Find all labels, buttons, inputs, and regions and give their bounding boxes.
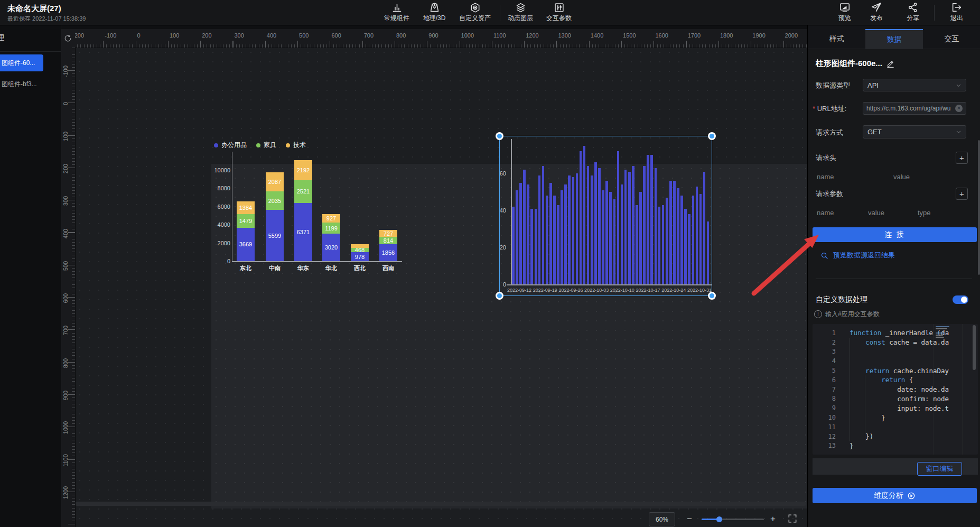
- editor-minimap: [936, 326, 961, 339]
- url-label-row: * URL地址:: [813, 104, 846, 114]
- selection-handle-top-left[interactable]: [496, 132, 503, 140]
- ruler-reset-icon[interactable]: [61, 29, 75, 48]
- fit-screen-icon[interactable]: [787, 513, 798, 524]
- bar-segment: 3669: [237, 228, 255, 261]
- sliders-icon: [554, 2, 565, 13]
- dimension-analysis-button[interactable]: 维度分析: [813, 488, 977, 503]
- zoom-in-button[interactable]: +: [770, 514, 776, 524]
- bar-segment: 2192: [294, 160, 312, 180]
- code-line: 5 return cache.chinaDay: [813, 366, 978, 375]
- editor-scrollbar[interactable]: [973, 325, 976, 370]
- layer-item[interactable]: 图组件-60...: [0, 54, 43, 71]
- code-line: 7 date: node.da: [813, 385, 978, 394]
- ruler-label: 900: [61, 384, 70, 406]
- tab-panel[interactable]: 样式: [808, 29, 865, 49]
- chart-bars-icon: [391, 2, 403, 13]
- action-label: 分享: [907, 14, 919, 23]
- request-headers-label: 请求头: [816, 153, 836, 163]
- y-axis-label: 10000: [211, 167, 230, 173]
- datasource-type-select[interactable]: API: [863, 79, 966, 91]
- bar: [530, 209, 533, 285]
- toolbar-divider: [934, 5, 935, 21]
- toolbar-actions: 预览发布分享退出: [829, 0, 978, 25]
- chart-bars: [512, 143, 710, 284]
- chart-y-axis: [232, 152, 232, 261]
- ruler-label: 1600: [655, 32, 668, 39]
- layer-item-label: 图组件-bf3...: [2, 80, 37, 89]
- ruler-label: 1400: [591, 32, 603, 39]
- zoom-out-button[interactable]: −: [687, 514, 692, 524]
- daily-bar-chart-component[interactable]: 0204060 2022-09-122022-09-192022-09-2620…: [499, 136, 712, 296]
- info-icon: !: [814, 310, 822, 318]
- selection-handle-bottom-left[interactable]: [496, 292, 503, 300]
- window-edit-button[interactable]: 窗口编辑: [917, 462, 962, 476]
- panel-scrollbar[interactable]: [978, 140, 980, 275]
- bar: [591, 175, 593, 285]
- top-header: 未命名大屏(27) 最近保存 2022-11-07 15:38:39 常规组件地…: [0, 0, 980, 25]
- action-preview-monitor[interactable]: 预览: [829, 0, 860, 25]
- action-exit[interactable]: 退出: [936, 0, 978, 25]
- tab-active-panel[interactable]: 数据: [865, 29, 923, 49]
- ruler-label: 100: [170, 32, 179, 39]
- action-publish-plane[interactable]: 发布: [860, 0, 893, 25]
- zoom-level-box[interactable]: 60%: [649, 512, 675, 526]
- ruler-label: 1000: [61, 417, 70, 439]
- x-axis-date-label: 2022-09-19: [533, 288, 557, 293]
- x-axis-date-label: 2022-09-26: [558, 288, 583, 293]
- stacked-bar-chart-component[interactable]: 办公用品家具技术 0200040006000800010000366914791…: [211, 132, 412, 278]
- ruler-label: 600: [331, 32, 341, 39]
- canvas-horizontal-scrollbar[interactable]: [75, 502, 806, 506]
- y-axis-label: 2000: [211, 240, 230, 246]
- method-label: 请求方式: [816, 128, 843, 137]
- selection-handle-top-right[interactable]: [708, 132, 716, 140]
- layer-item[interactable]: 图组件-bf3...: [0, 76, 43, 93]
- ruler-label: 500: [61, 255, 70, 277]
- selection-handle-bottom-right[interactable]: [708, 292, 716, 300]
- x-axis-date-label: 2022-10-24: [661, 288, 686, 293]
- ruler-label: 300: [235, 32, 244, 39]
- tool-sliders[interactable]: 交互参数: [539, 0, 578, 25]
- edit-pencil-icon[interactable]: [886, 60, 894, 68]
- ruler-label: 1800: [720, 32, 733, 39]
- code-line: 4: [813, 356, 978, 366]
- add-param-button[interactable]: +: [956, 188, 968, 200]
- custom-process-toggle[interactable]: [953, 295, 968, 304]
- code-editor[interactable]: 1function _innerHandle (da2 const cache …: [813, 324, 978, 455]
- bar: [639, 192, 642, 284]
- add-header-button[interactable]: +: [956, 152, 968, 164]
- bar: [587, 166, 590, 284]
- ruler-label: 1500: [623, 32, 636, 39]
- code-line: 12 }): [813, 432, 978, 441]
- tool-map-pin[interactable]: 地理/3D: [417, 0, 451, 25]
- ruler-label: 600: [61, 287, 70, 309]
- zoom-slider-knob[interactable]: [716, 516, 722, 522]
- y-axis-label: 0: [211, 258, 230, 264]
- bar: [553, 196, 556, 284]
- url-input[interactable]: https://c.m.163.com/ug/api/wu ×: [863, 102, 966, 115]
- ruler-label: 1100: [61, 449, 70, 471]
- y-axis-label: 60: [492, 170, 506, 177]
- x-axis-date-label: 2022-09-12: [507, 288, 531, 293]
- chart-x-axis: [507, 284, 712, 285]
- ruler-label: 100: [61, 125, 70, 147]
- bar: [602, 190, 604, 285]
- bar: [549, 183, 552, 285]
- code-line: 6 return {: [813, 375, 978, 385]
- bar: [538, 175, 541, 285]
- x-axis-label: 华东: [290, 264, 316, 272]
- bar: [557, 205, 559, 285]
- tool-chart-bars[interactable]: 常规组件: [376, 0, 417, 25]
- tool-layers[interactable]: 动态图层: [501, 0, 539, 25]
- clear-input-icon[interactable]: ×: [955, 105, 963, 112]
- layer-item-label: 图组件-60...: [2, 59, 35, 68]
- connect-button[interactable]: 连 接: [813, 227, 977, 242]
- circle-play-icon: [907, 492, 916, 500]
- preview-datasource-link[interactable]: 预览数据源返回结果: [820, 251, 895, 260]
- tab-panel[interactable]: 交互: [923, 29, 980, 49]
- tool-hexagon-asset[interactable]: 自定义资产: [451, 0, 499, 25]
- method-select[interactable]: GET: [863, 125, 966, 138]
- datasource-type-label: 数据源类型: [816, 81, 850, 90]
- exit-icon: [951, 2, 963, 13]
- action-share-nodes[interactable]: 分享: [893, 0, 933, 25]
- legend-item: 办公用品: [214, 141, 247, 150]
